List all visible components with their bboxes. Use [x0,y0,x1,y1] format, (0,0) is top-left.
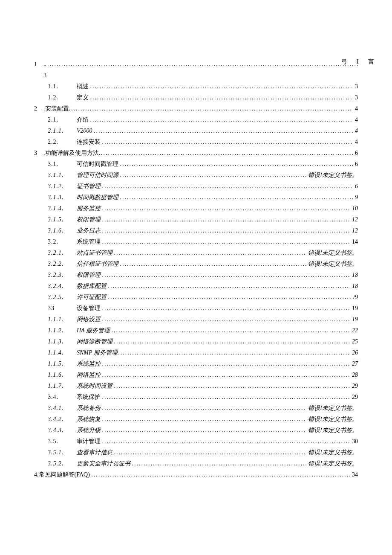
toc-number: 3.4.2. [48,414,77,425]
toc-title: 更新安全审计员证书 [77,458,130,469]
toc-entry: 1.1.概述 .................................… [34,81,358,92]
toc-title: 可信时间戳管理 [77,159,118,170]
toc-page-number: 30 [350,436,358,447]
toc-leader-dots: ........................................… [108,281,351,292]
toc-continuation: 3 [34,70,358,81]
toc-entry-chapter-2: 2 .安装配置 ................................… [34,103,358,114]
toc-number: 1.1.7. [48,381,77,392]
toc-number: 2 [34,103,43,114]
toc-leader-dots: ........................................… [102,314,351,325]
toc-entry: 3.2.2.信任根证书管理 ..........................… [34,259,358,270]
toc-title: 介绍 [77,114,89,125]
toc-number: 1.1. [48,81,77,92]
toc-title: 系统升级 [77,425,101,436]
toc-number: 3.2. [48,236,77,247]
toc-number: 3.2.5. [48,292,77,303]
toc-entry: 1.1.4.SNMP 服务管理. .......................… [34,347,358,358]
toc-leader-dots: ........................................… [102,214,351,225]
toc-title: 系统备份 [77,403,101,414]
toc-number: 3.5.1. [48,447,77,458]
toc-title: 证书管理 [77,181,101,192]
toc-title: 权限管理 [77,270,101,281]
toc-entry-chapter-4: 4.常见问题解答(FAQ) ..........................… [34,469,358,480]
toc-title: 信任根证书管理 [77,259,118,270]
toc-page-number: 18 [350,270,358,281]
toc-entry: 3.5.审计管理 ...............................… [34,436,358,447]
top-right-label: 弓I言 [341,58,383,66]
toc-leader-dots: ........................................… [102,392,351,403]
toc-entry: 1.1.7.系统时间设置 ...........................… [34,381,358,392]
toc-entry: 3.1.4.服务监控 .............................… [34,203,358,214]
toc-number: 3.5.2. [48,458,77,469]
toc-number: 3.2.2. [48,259,77,270]
toc-leader-dots: ........................................… [102,236,351,247]
toc-number: 33 [48,303,77,314]
toc-title: 4.常见问题解答(FAQ) [34,469,90,480]
toc-number: 1.1.1. [48,314,77,325]
toc-leader-dots: ........................................… [102,225,351,236]
toc-leader-dots: ........................................… [102,203,351,214]
toc-page-number: 19 [350,303,358,314]
toc-leader-dots: ........................................… [94,125,353,137]
toc-entry: 3.4.2.系统恢复 .............................… [34,414,358,425]
toc-entry: 3.1.2.证书管理 .............................… [34,181,358,192]
toc-entry: 1.1.5.系统监控 .............................… [34,358,358,369]
toc-title: 网络设置 [77,314,101,325]
toc-number: 3.1.2. [48,181,77,192]
toc-title: 系统时间设置 [77,381,112,392]
toc-page-number: 28 [350,369,358,381]
toc-entry-chapter-3: 3 .功能详解及使用方法 ...........................… [34,148,358,159]
toc-page-number: 错误!未定义书签。 [306,447,358,458]
toc-title: 权限管理 [77,214,101,225]
toc-leader-dots: ........................................… [102,369,351,381]
toc-entry: 3.2.1.站点证书管理 ...........................… [34,247,358,259]
toc-entry: 3.2.系统管理 ...............................… [34,236,358,247]
toc-number: 1.2. [48,92,77,103]
toc-number: 3.2.3. [48,270,77,281]
toc-number: 3.2.4. [48,281,77,292]
toc-page-number: 29 [350,392,358,403]
toc-number: 2.1. [48,114,77,125]
toc-page-number: 错误!未定义书签。 [306,425,358,436]
toc-entry: 1.1.3.网络诊断管理 ...........................… [34,336,358,347]
toc-page-number: 4 [353,137,358,148]
toc-title: 系统监控 [77,358,101,369]
toc-number: 3.1.5. [48,214,77,225]
toc-leader-dots: ........................................… [102,137,354,148]
toc-leader-dots: ........................................… [120,159,354,170]
toc-entry: 3.5.1.查看审计信息 ...........................… [34,447,358,458]
toc-leader-dots: ........................................… [114,247,307,259]
toc-leader-dots: ........................................… [114,336,351,347]
toc-title: 连接安装 [77,137,101,148]
toc-number: 3.1.6. [48,225,77,236]
toc-number: 1.1.3. [48,336,77,347]
toc-page-number: 22 [350,325,358,336]
toc-page-number: 6 [353,148,358,159]
toc-page-number: 12 [350,214,358,225]
toc-page-number: 错误!未定义书签。 [306,170,358,181]
toc-page-number: 25 [350,336,358,347]
toc-entry: 3.2.4.数据库配置 ............................… [34,281,358,292]
toc-title: 服务监控 [77,203,101,214]
toc-leader-dots: ........................................… [102,425,307,436]
toc-page-number: 错误!未定义书签。 [306,247,358,259]
toc-number: 1.1.2. [48,325,77,336]
toc-number: 3.2.1. [48,247,77,259]
toc-title: 许可证配置 [77,292,107,303]
toc-number: 3.4.1. [48,403,77,414]
toc-number: 1.1.6. [48,369,77,381]
toc-entry: 2.1.介绍 .................................… [34,114,358,125]
toc-title: 系统恢复 [77,414,101,425]
toc-page-number: 错误!未定义书签。 [306,414,358,425]
toc-leader-dots: ........................................… [90,92,354,103]
toc-page-number: 14 [350,236,358,247]
toc-entry: 3.1.6.业务日志 .............................… [34,225,358,236]
toc-page-number: 4 [353,125,358,137]
toc-title: HA 服务管理 [77,325,110,336]
toc-title: V2000 [77,125,92,137]
toc-number: 1.1.5. [48,358,77,369]
toc-number: 3.4.3. [48,425,77,436]
toc-leader-dots: ........................................… [102,414,307,425]
document-page: 弓I言 1 . ................................… [0,0,392,555]
toc-leader-dots: ........................................… [132,458,307,469]
